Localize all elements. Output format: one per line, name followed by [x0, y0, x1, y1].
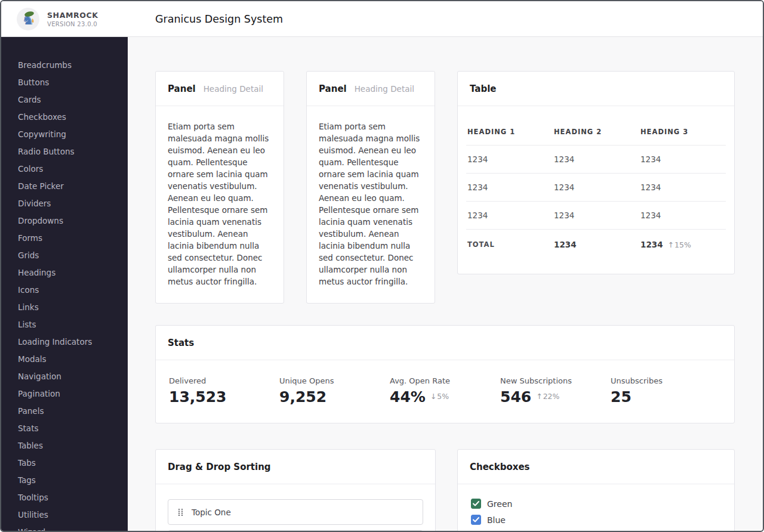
stats-card-header: Stats — [156, 326, 734, 360]
sidebar-item-dropdowns[interactable]: Dropdowns — [1, 212, 128, 230]
sidebar-item-date-picker[interactable]: Date Picker — [1, 178, 128, 195]
dragdrop-card-title: Drag & Drop Sorting — [168, 462, 271, 472]
sidebar-item-colors[interactable]: Colors — [1, 160, 128, 178]
dragdrop-item-topic-two[interactable]: Topic Two — [168, 530, 423, 531]
sidebar-item-icons[interactable]: Icons — [1, 282, 128, 299]
sidebar-item-links[interactable]: Links — [1, 299, 128, 316]
table-card: Table HEADING 1 HEADING 2 HEADING 3 — [457, 71, 735, 274]
checkbox-checked-icon[interactable] — [471, 499, 481, 509]
dragdrop-item-topic-one[interactable]: Topic One — [168, 499, 423, 525]
sidebar-item-tables[interactable]: Tables — [1, 437, 128, 454]
sidebar-item-checkboxes[interactable]: Checkboxes — [1, 109, 128, 126]
stat-delivered: Delivered 13,523 — [169, 376, 279, 404]
dragdrop-card: Drag & Drop Sorting — [155, 449, 436, 531]
sidebar: Breadcrumbs Buttons Cards Checkboxes Cop… — [1, 37, 128, 531]
stat-number: 25 — [611, 389, 631, 404]
stat-delta: ↓5% — [430, 393, 449, 401]
dragdrop-body: Topic One — [156, 484, 435, 531]
panel-1-subtitle: Heading Detail — [204, 84, 263, 94]
checkbox-blue[interactable]: Blue — [471, 515, 721, 525]
stat-label: Unsubscribes — [611, 376, 721, 385]
sidebar-item-radio-buttons[interactable]: Radio Buttons — [1, 143, 128, 160]
sidebar-item-tooltips[interactable]: Tooltips — [1, 489, 128, 506]
row-panels-table: Panel Heading Detail Etiam porta sem mal… — [155, 71, 735, 304]
table-row: 1234 1234 1234 — [466, 174, 726, 202]
panel-2-title: Panel — [319, 83, 347, 94]
stat-delta-value: 5% — [437, 392, 449, 401]
stat-value: 13,523 — [169, 389, 279, 404]
table-cell: 1234 — [639, 146, 726, 174]
panel-2-subtitle: Heading Detail — [355, 84, 414, 94]
sidebar-item-panels[interactable]: Panels — [1, 403, 128, 420]
dragdrop-card-header: Drag & Drop Sorting — [156, 450, 435, 484]
table-cell: 1234 — [466, 202, 553, 230]
panel-2-body: Etiam porta sem malesuada magna mollis e… — [307, 106, 435, 303]
brand-text: SHAMROCK VERSION 23.0.0 — [47, 11, 98, 27]
table-total-delta: ↑15% — [668, 240, 691, 249]
table-row: 1234 1234 1234 — [466, 146, 726, 174]
sidebar-item-buttons[interactable]: Buttons — [1, 74, 128, 91]
app-header: ♞ SHAMROCK VERSION 23.0.0 Granicus Desig… — [1, 1, 763, 37]
table-header-row: HEADING 1 HEADING 2 HEADING 3 — [466, 119, 726, 146]
stats-card-title: Stats — [168, 338, 194, 348]
sidebar-item-utilities[interactable]: Utilities — [1, 506, 128, 524]
table-cell: 1234 — [466, 146, 553, 174]
page-title: Granicus Design System — [155, 13, 283, 25]
sidebar-item-wizard[interactable]: Wizard — [1, 524, 128, 531]
stat-value: 9,252 — [279, 389, 390, 404]
topic-label: Topic One — [192, 508, 231, 517]
sidebar-item-breadcrumbs[interactable]: Breadcrumbs — [1, 57, 128, 74]
table-cell: 1234 — [639, 202, 726, 230]
table-heading-3: HEADING 3 — [639, 119, 726, 146]
up-arrow-icon: ↑ — [536, 392, 542, 401]
stat-value: 25 — [611, 389, 721, 404]
table-heading-2: HEADING 2 — [553, 119, 639, 146]
table-total-col3: 1234 — [640, 240, 663, 249]
stat-number: 13,523 — [169, 389, 226, 404]
brand-area[interactable]: ♞ SHAMROCK VERSION 23.0.0 — [1, 8, 128, 30]
checkbox-label: Green — [487, 499, 512, 509]
table-cell: 1234 — [553, 146, 639, 174]
checkbox-checked-icon[interactable] — [471, 515, 481, 525]
table-heading-1: HEADING 1 — [466, 119, 553, 146]
sidebar-item-headings[interactable]: Headings — [1, 264, 128, 282]
sidebar-item-grids[interactable]: Grids — [1, 247, 128, 264]
stat-delta: ↑22% — [536, 393, 559, 401]
table-total-row: TOTAL 1234 1234↑15% — [466, 230, 726, 259]
sidebar-item-loading-indicators[interactable]: Loading Indicators — [1, 333, 128, 351]
table-cell: 1234 — [553, 202, 639, 230]
sidebar-item-tabs[interactable]: Tabs — [1, 454, 128, 472]
brand-name: SHAMROCK — [47, 11, 98, 20]
stat-label: New Subscriptions — [500, 376, 611, 385]
panel-1-title: Panel — [168, 83, 196, 94]
sidebar-item-lists[interactable]: Lists — [1, 316, 128, 333]
stat-new-subscriptions: New Subscriptions 546 ↑22% — [500, 376, 611, 404]
checkboxes-card: Checkboxes Green Blue — [457, 449, 735, 531]
table-cell: 1234 — [553, 174, 639, 202]
sidebar-item-modals[interactable]: Modals — [1, 351, 128, 368]
panel-2-header: Panel Heading Detail — [307, 72, 435, 106]
sidebar-item-stats[interactable]: Stats — [1, 420, 128, 437]
down-arrow-icon: ↓ — [430, 392, 436, 401]
stat-label: Delivered — [169, 376, 279, 385]
sidebar-item-navigation[interactable]: Navigation — [1, 368, 128, 385]
sidebar-item-copywriting[interactable]: Copywriting — [1, 126, 128, 143]
table-card-header: Table — [458, 72, 734, 106]
sidebar-item-forms[interactable]: Forms — [1, 230, 128, 247]
stat-delta-value: 22% — [543, 392, 560, 401]
panel-card-1: Panel Heading Detail Etiam porta sem mal… — [155, 71, 284, 304]
panel-1-header: Panel Heading Detail — [156, 72, 284, 106]
stat-value: 44% ↓5% — [390, 389, 500, 404]
sidebar-item-tags[interactable]: Tags — [1, 472, 128, 489]
drag-handle-icon[interactable] — [178, 508, 183, 516]
checkbox-label: Blue — [487, 515, 506, 525]
stat-number: 546 — [500, 389, 531, 404]
checkbox-green[interactable]: Green — [471, 499, 721, 509]
stat-number: 9,252 — [279, 389, 326, 404]
sidebar-item-cards[interactable]: Cards — [1, 91, 128, 109]
stat-unique-opens: Unique Opens 9,252 — [279, 376, 390, 404]
stat-label: Unique Opens — [279, 376, 390, 385]
app-window: ♞ SHAMROCK VERSION 23.0.0 Granicus Desig… — [0, 0, 764, 532]
sidebar-item-dividers[interactable]: Dividers — [1, 195, 128, 212]
sidebar-item-pagination[interactable]: Pagination — [1, 385, 128, 403]
